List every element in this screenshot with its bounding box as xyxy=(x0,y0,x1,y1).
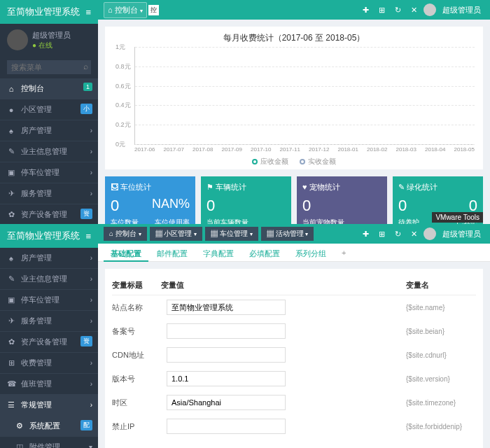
vmware-tooltip: VMware Tools xyxy=(432,212,483,223)
form-tab[interactable]: 邮件配置 xyxy=(150,246,195,261)
chevron-icon: › xyxy=(90,401,92,409)
form-tab[interactable]: 基础配置 xyxy=(104,246,148,261)
menu-bottom: ♠房产管理›✎业主信息管理›▣停车位管理›✈服务管理›✿资产设备管理资⊞收费管理… xyxy=(0,248,98,448)
config-input[interactable] xyxy=(167,419,286,434)
menu-icon: ✿ xyxy=(7,337,15,346)
open-tab[interactable]: ▦ 小区管理 ▾ xyxy=(150,227,203,241)
search-box: ⌕ xyxy=(0,56,98,78)
config-input[interactable] xyxy=(167,395,286,410)
menu-icon: ⌂ xyxy=(7,85,15,93)
chart-card: 每月收费统计（2017-06 至 2018-05） 1元0.8元0.6元0.4元… xyxy=(105,27,483,169)
chevron-icon: › xyxy=(90,169,92,176)
form-tabs: 基础配置邮件配置字典配置必填配置系列分组+ xyxy=(98,244,490,262)
tb-username[interactable]: 超级管理员 xyxy=(439,227,484,241)
legend-item[interactable]: 应收金额 xyxy=(252,157,288,167)
config-input[interactable] xyxy=(167,347,286,363)
open-tabs: ⌂ 控制台 ▾▦ 小区管理 ▾▦ 车位管理 ▾▦ 活动管理 ▾ xyxy=(104,227,314,241)
tb-grid-icon[interactable]: ⊞ xyxy=(375,227,388,241)
form-row: 备案号{$site.beian} xyxy=(112,319,476,343)
badge: 资 xyxy=(80,209,92,219)
menu-icon: ✈ xyxy=(7,189,15,198)
tb-plus-icon[interactable]: ✚ xyxy=(359,227,372,241)
menu-icon: ✎ xyxy=(7,147,15,156)
form-tab[interactable]: 系列分组 xyxy=(288,246,333,261)
menu-icon: ⊞ xyxy=(7,358,15,368)
stat-cards: ⛾ 车位统计0NAN%车位数量车位使用率⚑ 车辆统计0当前车辆数量♥ 宠物统计0… xyxy=(105,176,483,224)
tab-control[interactable]: ⌂ 控制台 ▾ xyxy=(104,2,147,18)
sidebar-item[interactable]: ⊞收费管理› xyxy=(0,353,98,374)
menu-icon: ✿ xyxy=(7,210,15,219)
tb-username[interactable]: 超级管理员 xyxy=(439,3,484,18)
badge: 小 xyxy=(80,104,92,114)
open-tab[interactable]: ⌂ 控制台 ▾ xyxy=(104,227,147,241)
add-tab[interactable]: + xyxy=(335,246,353,261)
config-input[interactable] xyxy=(167,300,286,315)
form-tab[interactable]: 必填配置 xyxy=(242,246,287,261)
sidebar-item[interactable]: ♠房产管理› xyxy=(0,120,98,141)
sidebar-item[interactable]: ✈服务管理› xyxy=(0,183,98,204)
chevron-icon: › xyxy=(90,296,92,304)
tb-close-icon[interactable]: ✕ xyxy=(407,4,421,17)
search-input[interactable] xyxy=(7,60,91,74)
menu-icon: ✈ xyxy=(7,316,15,326)
sidebar-item[interactable]: ◫附件管理▾ xyxy=(0,437,98,448)
content-bottom: ⌂ 控制台 ▾▦ 小区管理 ▾▦ 车位管理 ▾▦ 活动管理 ▾ ✚ ⊞ ↻ ✕ … xyxy=(98,224,490,448)
menu-icon: ✎ xyxy=(7,274,15,284)
sidebar-item[interactable]: ☎值班管理› xyxy=(0,374,98,395)
menu-toggle-icon[interactable]: ≡ xyxy=(85,7,91,18)
tb-plus-icon[interactable]: ✚ xyxy=(359,4,372,17)
tb-close-icon[interactable]: ✕ xyxy=(407,227,421,241)
config-input[interactable] xyxy=(167,323,286,339)
sidebar-item[interactable]: ▣停车位管理› xyxy=(0,162,98,183)
sidebar-item[interactable]: ✈服务管理› xyxy=(0,311,98,332)
tb-avatar[interactable] xyxy=(424,4,436,16)
form-row: 时区{$site.timezone} xyxy=(112,391,476,414)
sidebar-item[interactable]: ▣停车位管理› xyxy=(0,290,98,311)
menu-icon: ● xyxy=(7,106,15,114)
sidebar-item[interactable]: ♠房产管理› xyxy=(0,248,98,269)
chart-title: 每月收费统计（2017-06 至 2018-05） xyxy=(113,32,475,44)
sidebar-item[interactable]: ✿资产设备管理资 xyxy=(0,204,98,224)
chevron-icon: › xyxy=(90,317,92,325)
legend-item[interactable]: 实收金额 xyxy=(300,157,336,167)
badge: 配 xyxy=(80,420,92,430)
tb-grid-icon[interactable]: ⊞ xyxy=(375,4,388,17)
menu-icon: ⚙ xyxy=(15,421,24,430)
chart-xaxis: 2017-062017-072017-082017-092017-102017-… xyxy=(134,146,475,153)
tb-avatar[interactable] xyxy=(424,227,436,240)
open-tab[interactable]: ▦ 活动管理 ▾ xyxy=(261,227,314,241)
open-tab[interactable]: ▦ 车位管理 ▾ xyxy=(205,227,258,241)
sidebar-item[interactable]: ⚙系统配置配 xyxy=(0,416,98,437)
chevron-icon: › xyxy=(90,380,92,388)
form-row: 版本号{$site.version} xyxy=(112,367,476,391)
badge: 资 xyxy=(80,336,92,346)
brand-text: 至简物业管理系统 xyxy=(7,6,80,18)
menu-icon: ☎ xyxy=(7,379,15,388)
brand: 至简物业管理系统 ≡ xyxy=(0,0,98,24)
sidebar-item[interactable]: ✿资产设备管理资 xyxy=(0,332,98,353)
config-input[interactable] xyxy=(167,371,286,386)
stat-card[interactable]: ⛾ 车位统计0NAN%车位数量车位使用率 xyxy=(105,176,195,224)
dashboard: 每月收费统计（2017-06 至 2018-05） 1元0.8元0.6元0.4元… xyxy=(98,20,490,224)
form-tab[interactable]: 字典配置 xyxy=(196,246,241,261)
sidebar-item[interactable]: ☰常规管理› xyxy=(0,395,98,416)
menu-toggle-icon[interactable]: ≡ xyxy=(85,231,91,241)
search-icon[interactable]: ⌕ xyxy=(83,62,88,71)
tb-refresh-icon[interactable]: ↻ xyxy=(391,227,405,241)
form-row: 站点名称{$site.name} xyxy=(112,295,476,319)
sidebar-item[interactable]: ✎业主信息管理› xyxy=(0,269,98,290)
sidebar-item[interactable]: ⌂控制台1 xyxy=(0,78,98,99)
sidebar-item[interactable]: ●小区管理小 xyxy=(0,99,98,120)
menu-icon: ◫ xyxy=(15,442,24,448)
form-header: 变量标题 变量值 变量名 xyxy=(112,276,476,295)
menu-icon: ▣ xyxy=(7,168,15,177)
menu-icon: ♠ xyxy=(7,254,15,262)
config-form: 变量标题 变量值 变量名 站点名称{$site.name}备案号{$site.b… xyxy=(98,262,490,448)
stat-card[interactable]: ♥ 宠物统计0当前宠物数量 xyxy=(297,176,387,224)
sidebar-item[interactable]: ✎业主信息管理› xyxy=(0,141,98,162)
form-row: 禁止IP{$site.forbiddenip} xyxy=(112,414,476,438)
badge: 1 xyxy=(83,83,92,91)
stat-card[interactable]: ⚑ 车辆统计0当前车辆数量 xyxy=(201,176,291,224)
tb-refresh-icon[interactable]: ↻ xyxy=(391,4,405,17)
tab-tag: 控 xyxy=(148,5,159,15)
